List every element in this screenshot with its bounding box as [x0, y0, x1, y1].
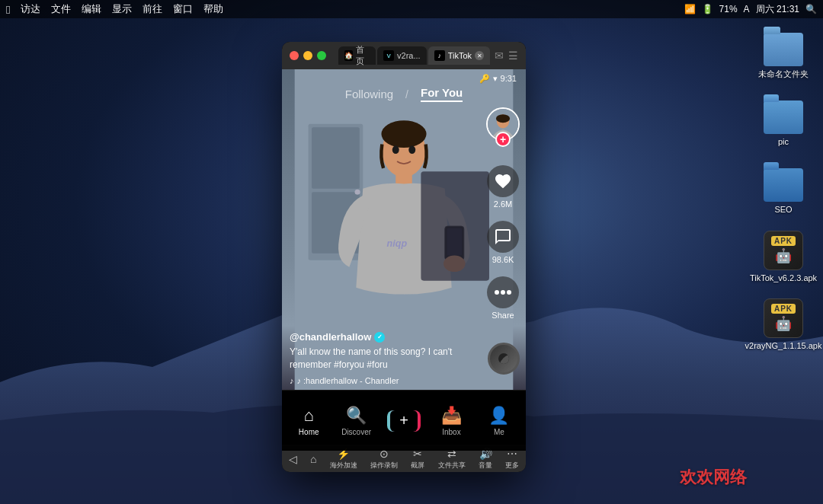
desktop-icon-unnamed-folder[interactable]: 未命名文件夹 [753, 27, 814, 79]
follow-plus-button[interactable]: + [495, 132, 511, 147]
folder-unnamed-label: 未命名文件夹 [758, 69, 809, 79]
svg-point-17 [496, 114, 510, 123]
tiktok-apk-label: TikTok_v6.2.3.apk [750, 273, 817, 283]
discover-nav-label: Discover [341, 428, 371, 436]
back-arrow-icon: ◁ [289, 453, 297, 465]
like-button[interactable] [487, 165, 519, 197]
menu-help[interactable]: 帮助 [203, 2, 223, 16]
tiktok-content: niqp [282, 69, 526, 451]
verified-badge: ✓ [374, 332, 385, 343]
creator-avatar-container: + [486, 107, 520, 148]
v2ray-back-btn[interactable]: ◁ [289, 453, 297, 465]
v2ray-boost-btn[interactable]: ⚡ 海外加速 [330, 448, 357, 471]
video-username[interactable]: @chandlerhallow ✓ [290, 331, 480, 343]
nav-home[interactable]: ⌂ Home [285, 406, 332, 436]
menu-window[interactable]: 窗口 [173, 2, 193, 16]
svg-rect-12 [421, 171, 489, 280]
android-icon: 🤖 [775, 247, 792, 264]
boost-label: 海外加速 [330, 461, 357, 471]
username-text: @chandlerhallow [290, 331, 371, 343]
tab-tiktok[interactable]: ♪ TikTok ✕ [428, 46, 490, 65]
wifi-signal-icon: ▾ [493, 74, 498, 84]
nav-discover[interactable]: 🔍 Discover [332, 406, 379, 436]
tiktok-bottom-nav: ⌂ Home 🔍 Discover + 📥 Inbox 👤 [282, 390, 526, 451]
apk-badge: APK [771, 236, 796, 246]
plus-create-button[interactable]: + [387, 410, 421, 432]
for-you-tab[interactable]: For You [421, 86, 463, 102]
tab-home[interactable]: 🏠 首页 [338, 46, 376, 65]
tab-home-label: 首页 [356, 44, 370, 67]
share-button-container: Share [487, 276, 519, 320]
nav-me[interactable]: 👤 Me [476, 406, 523, 436]
tiktok-tab-bar: Following / For You [282, 86, 526, 102]
menu-go[interactable]: 前往 [143, 2, 162, 16]
v2ray-home-btn[interactable]: ⌂ [310, 453, 316, 465]
following-tab[interactable]: Following [345, 88, 393, 100]
minimize-button[interactable] [303, 51, 312, 60]
nav-plus[interactable]: + [380, 410, 428, 432]
tab-tiktok-label: TikTok [448, 51, 472, 60]
v2ray-apk-label: v2rayNG_1.1.15.apk [745, 341, 822, 351]
like-button-container: 2.6M [487, 165, 519, 209]
share-label: Share [492, 311, 514, 320]
status-time: 9:31 [501, 74, 517, 83]
menu-input-icon: A [744, 4, 750, 14]
file-share-label: 文件共享 [438, 461, 466, 471]
menubar-right: 📶 🔋 71% A 周六 21:31 🔍 [684, 3, 817, 16]
mail-icon[interactable]: ✉ [495, 49, 504, 62]
status-icons: 🔑 ▾ 9:31 [479, 74, 517, 84]
home-nav-icon: ⌂ [304, 406, 314, 426]
music-note-icon: ♪ [290, 376, 294, 385]
svg-point-14 [408, 145, 415, 154]
comment-button-container: 98.6K [487, 221, 519, 264]
menu-finder[interactable]: 访达 [21, 2, 40, 16]
android-icon-2: 🤖 [775, 315, 792, 332]
desktop-icons: 未命名文件夹 pic SEO APK 🤖 [753, 27, 814, 351]
tab-home-icon: 🏠 [344, 50, 353, 61]
home-nav-label: Home [299, 428, 319, 436]
tab-v2ra[interactable]: V v2ra... [377, 46, 427, 65]
video-caption: Y'all know the name of this song? I can'… [290, 346, 480, 372]
more-label: 更多 [505, 461, 519, 471]
inbox-nav-label: Inbox [442, 428, 460, 436]
music-info: ♪ ♪ :handlerhallow - Chandler [290, 376, 480, 385]
menu-edit[interactable]: 编辑 [82, 2, 101, 16]
tab-v2ra-icon: V [383, 50, 394, 61]
lock-icon: 🔑 [479, 74, 490, 84]
browser-tabs: 🏠 首页 V v2ra... ♪ TikTok ✕ ✉ ☰ [338, 46, 518, 65]
svg-point-19 [508, 362, 509, 364]
plus-inner: + [390, 410, 418, 432]
menu-view[interactable]: 显示 [112, 2, 132, 16]
nav-inbox[interactable]: 📥 Inbox [428, 406, 475, 436]
apple-logo[interactable]:  [6, 3, 10, 16]
menu-time: 周六 21:31 [756, 3, 799, 16]
desktop-icon-pic[interactable]: pic [753, 94, 814, 147]
v2ray-record-btn[interactable]: ⊙ 操作录制 [370, 448, 398, 471]
share-button[interactable] [487, 276, 519, 308]
v2ray-screenshot-btn[interactable]: ✂ 截屏 [411, 448, 424, 471]
v2ray-volume-btn[interactable]: 🔊 音量 [479, 448, 492, 471]
hamburger-icon[interactable]: ☰ [508, 49, 518, 62]
v2ray-more-btn[interactable]: ⋯ 更多 [505, 448, 519, 471]
menubar-left:  访达 文件 编辑 显示 前往 窗口 帮助 [6, 2, 223, 16]
menu-search-icon[interactable]: 🔍 [805, 4, 817, 14]
v2ray-share-btn[interactable]: ⇄ 文件共享 [438, 448, 466, 471]
comment-button[interactable] [487, 221, 519, 253]
svg-rect-2 [312, 127, 360, 189]
maximize-button[interactable] [317, 51, 326, 60]
tab-v2ra-label: v2ra... [397, 51, 421, 60]
me-nav-label: Me [494, 428, 504, 436]
like-count: 2.6M [494, 199, 512, 209]
menu-battery-icon: 🔋 [702, 4, 713, 14]
tab-close-button[interactable]: ✕ [475, 51, 484, 60]
svg-point-6 [381, 120, 426, 148]
desktop-icon-v2ray-apk[interactable]: APK 🤖 v2rayNG_1.1.15.apk [753, 298, 814, 351]
music-text: ♪ :handlerhallow - Chandler [297, 376, 399, 385]
screenshot-label: 截屏 [411, 461, 424, 471]
desktop-icon-seo[interactable]: SEO [753, 162, 814, 215]
menu-file[interactable]: 文件 [51, 2, 71, 16]
svg-point-18 [498, 353, 509, 364]
desktop-icon-tiktok-apk[interactable]: APK 🤖 TikTok_v6.2.3.apk [753, 231, 814, 283]
close-button[interactable] [290, 51, 299, 60]
folder-pic-label: pic [778, 137, 789, 147]
